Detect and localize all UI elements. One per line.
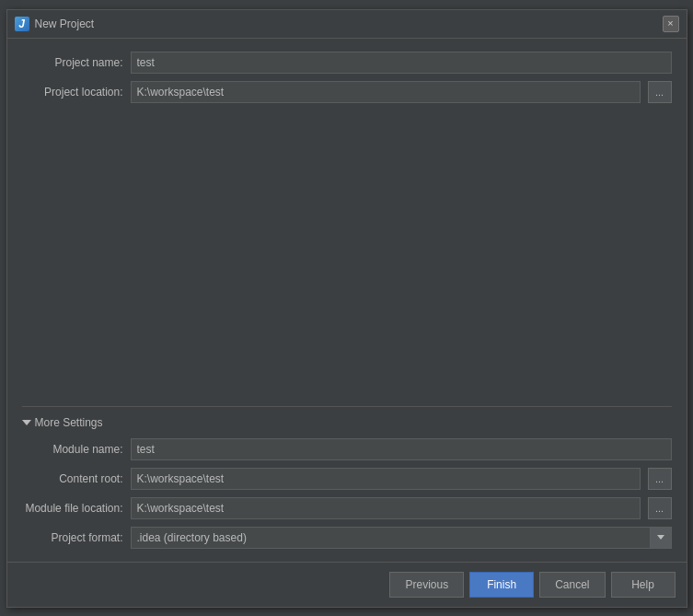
project-name-input[interactable] xyxy=(131,52,672,74)
project-format-label: Project format: xyxy=(22,531,123,544)
module-file-location-label: Module file location: xyxy=(22,502,123,515)
content-root-input[interactable] xyxy=(131,468,641,490)
project-location-input[interactable] xyxy=(131,81,641,103)
more-settings-fields: Module name: Content root: ... Module fi… xyxy=(22,438,672,549)
close-button[interactable]: × xyxy=(663,16,679,32)
project-format-row: Project format: .idea (directory based) xyxy=(22,527,672,549)
help-button[interactable]: Help xyxy=(611,572,676,598)
project-location-browse-button[interactable]: ... xyxy=(648,81,672,103)
module-name-input[interactable] xyxy=(131,438,672,460)
module-name-label: Module name: xyxy=(22,443,123,456)
project-format-select-wrapper: .idea (directory based) xyxy=(131,527,672,549)
project-name-row: Project name: xyxy=(22,52,672,74)
content-area: Project name: Project location: ... More… xyxy=(7,39,687,562)
expand-triangle-icon xyxy=(22,420,31,425)
content-root-label: Content root: xyxy=(22,472,123,485)
app-icon: J xyxy=(15,17,29,31)
content-root-row: Content root: ... xyxy=(22,468,672,490)
title-bar: J New Project × xyxy=(7,10,687,39)
project-format-select[interactable]: .idea (directory based) xyxy=(131,527,672,549)
project-name-label: Project name: xyxy=(22,56,123,69)
module-file-location-row: Module file location: ... xyxy=(22,497,672,519)
module-name-row: Module name: xyxy=(22,438,672,460)
project-location-row: Project location: ... xyxy=(22,81,672,103)
module-file-location-input[interactable] xyxy=(131,497,641,519)
bottom-bar: Previous Finish Cancel Help xyxy=(7,562,687,607)
more-settings-section: More Settings Module name: Content root:… xyxy=(22,406,672,549)
spacer xyxy=(22,110,672,399)
finish-button[interactable]: Finish xyxy=(469,572,534,598)
new-project-dialog: J New Project × Project name: Project lo… xyxy=(6,9,687,608)
title-bar-left: J New Project xyxy=(15,17,95,31)
more-settings-label: More Settings xyxy=(35,416,103,429)
previous-button[interactable]: Previous xyxy=(389,572,464,598)
project-location-label: Project location: xyxy=(22,86,123,99)
module-file-location-browse-button[interactable]: ... xyxy=(648,497,672,519)
cancel-button[interactable]: Cancel xyxy=(539,572,605,598)
more-settings-header[interactable]: More Settings xyxy=(22,416,672,429)
content-root-browse-button[interactable]: ... xyxy=(648,468,672,490)
dialog-title: New Project xyxy=(35,17,95,30)
